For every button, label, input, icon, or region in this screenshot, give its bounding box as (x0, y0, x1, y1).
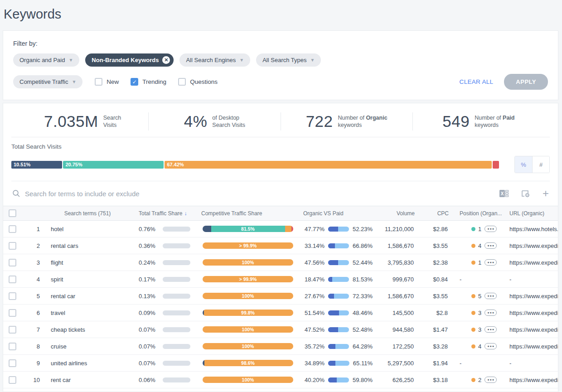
total-traffic-share-value: 0.07% (139, 360, 158, 367)
remove-filter-icon[interactable]: ✕ (162, 56, 170, 64)
row-checkbox[interactable] (9, 259, 16, 266)
table-settings-icon[interactable] (521, 189, 531, 198)
table-row[interactable]: 6 travel 0.09% 99.8% 51.54% 48.46% 145,5… (3, 305, 558, 321)
url-value[interactable]: https://www.expedia... (504, 310, 558, 316)
select-all-checkbox[interactable] (9, 209, 16, 217)
questions-checkbox[interactable] (178, 78, 186, 86)
keyword-term[interactable]: cheap tickets (42, 326, 133, 333)
position-more-icon[interactable]: ●●● (484, 242, 497, 249)
header-competitive-traffic-share[interactable]: Competitive Traffic Share (196, 210, 298, 217)
row-checkbox[interactable] (9, 276, 16, 283)
table-row[interactable]: 3 flight 0.24% 100% 47.56% 52.44% 3,795,… (3, 254, 558, 271)
apply-button[interactable]: APPLY (504, 74, 548, 90)
volume-value: 1,586,670 (379, 293, 420, 300)
row-checkbox[interactable] (9, 309, 16, 317)
keyword-term[interactable]: flight (42, 259, 133, 266)
total-traffic-share-value: 0.06% (139, 377, 158, 383)
url-value[interactable]: https://www.expedia... (504, 293, 558, 300)
organic-share-value: 47.77% (305, 226, 325, 232)
table-row[interactable]: 2 rental cars 0.36% > 99.9% 33.14% 66.86… (3, 237, 558, 254)
checkbox-trending[interactable]: ✓ Trending (131, 78, 166, 86)
header-organic-vs-paid[interactable]: Organic VS Paid (298, 210, 379, 217)
checkbox-new[interactable]: New (95, 78, 119, 86)
keyword-term[interactable]: spirit (42, 276, 133, 283)
search-input[interactable] (25, 190, 499, 198)
page-title: Keywords (3, 0, 558, 30)
table-row[interactable]: 8 cruise 0.07% 100% 35.72% 64.28% 172,25… (3, 338, 558, 355)
header-url[interactable]: URL (Organic) (504, 210, 558, 217)
checkbox-questions[interactable]: Questions (178, 78, 218, 86)
url-value[interactable]: https://www.expedia... (504, 377, 558, 383)
header-position[interactable]: Position (Organ... (454, 210, 504, 217)
table-row[interactable]: 9 united airlines 0.07% 98.6% 34.89% 65.… (3, 355, 558, 372)
table-row[interactable]: 4 spirit 0.17% > 99.9% 18.47% 81.53% 999… (3, 271, 558, 288)
url-value[interactable]: https://www.expedia... (504, 259, 558, 266)
filter-competitive-traffic-dropdown[interactable]: Competitive Traffic ▼ (13, 75, 82, 88)
filter-panel: Filter by: Organic and Paid ▼ Non-Brande… (3, 30, 558, 100)
table-row[interactable]: 7 cheap tickets 0.07% 100% 47.52% 52.48%… (3, 321, 558, 338)
competitive-traffic-bar: 100% (203, 326, 293, 333)
position-more-icon[interactable]: ●●● (484, 326, 497, 333)
filter-search-engines-dropdown[interactable]: All Search Engines ▼ (179, 53, 250, 67)
competitive-traffic-bar: 98.6% (203, 360, 293, 366)
organic-vs-paid-bar (328, 277, 349, 282)
cpc-value: $2.86 (420, 226, 454, 232)
url-value[interactable]: https://www.expedia... (504, 343, 558, 350)
cpc-value: $1.94 (420, 360, 454, 367)
row-checkbox[interactable] (9, 242, 16, 250)
position-more-icon[interactable]: ●●● (484, 377, 497, 383)
keyword-term[interactable]: rental car (42, 293, 133, 300)
url-value[interactable]: https://www.hotels.co (504, 226, 558, 232)
percent-toggle-button[interactable]: % (515, 156, 532, 173)
header-volume[interactable]: Volume (379, 210, 420, 217)
volume-value: 11,210,000 (379, 226, 420, 232)
organic-share-value: 47.52% (305, 326, 325, 333)
visits-bar-segment: 10.51% (11, 161, 62, 169)
row-checkbox[interactable] (9, 359, 16, 367)
table-row[interactable]: 10 rent car 0.06% 100% 40.20% 59.80% 626… (3, 372, 558, 388)
total-traffic-share-value: 0.07% (139, 343, 158, 350)
header-search-terms[interactable]: Search terms (751) (42, 210, 133, 217)
table-row[interactable]: 1 hotel 0.76% 81.5% 47.77% 52.23% 11,210… (3, 221, 558, 237)
keyword-term[interactable]: hotel (42, 226, 133, 232)
checkbox-new-label: New (107, 78, 119, 85)
excel-export-icon[interactable]: X (499, 189, 509, 198)
paid-share-value: 66.86% (353, 242, 373, 249)
url-value[interactable]: - (504, 276, 558, 283)
new-checkbox[interactable] (95, 78, 102, 86)
competitive-traffic-label: 100% (203, 343, 293, 349)
competitive-traffic-label: 100% (203, 293, 293, 299)
position-value: 1 (478, 226, 481, 232)
row-checkbox[interactable] (9, 326, 16, 334)
count-toggle-button[interactable]: # (532, 156, 549, 173)
keyword-term[interactable]: cruise (42, 343, 133, 350)
row-checkbox[interactable] (9, 292, 16, 300)
keyword-term[interactable]: travel (42, 310, 133, 316)
filter-search-types-dropdown[interactable]: All Search Types ▼ (256, 53, 321, 67)
clear-all-button[interactable]: CLEAR ALL (460, 78, 494, 85)
header-total-traffic-share[interactable]: Total Traffic Share↓ (133, 210, 196, 217)
filter-organic-paid-dropdown[interactable]: Organic and Paid ▼ (13, 53, 79, 67)
row-checkbox[interactable] (9, 225, 16, 233)
url-value[interactable]: - (504, 360, 558, 367)
stat-paid-keywords-label: Number of Paid keywords (475, 114, 514, 129)
row-checkbox[interactable] (9, 343, 16, 350)
filter-non-branded-chip[interactable]: Non-Branded Keywords ✕ (85, 53, 174, 67)
keyword-term[interactable]: rental cars (42, 242, 133, 249)
add-keywords-icon[interactable]: + (543, 188, 549, 199)
url-value[interactable]: https://www.expedia... (504, 242, 558, 249)
url-value[interactable]: https://www.expedia... (504, 326, 558, 333)
position-more-icon[interactable]: ●●● (484, 293, 497, 299)
keyword-term[interactable]: united airlines (42, 360, 133, 367)
row-checkbox[interactable] (9, 376, 16, 384)
table-row[interactable]: 5 rental car 0.13% 100% 27.67% 72.33% 1,… (3, 288, 558, 305)
organic-vs-paid-bar (328, 294, 349, 299)
keyword-term[interactable]: rent car (42, 377, 133, 383)
position-more-icon[interactable]: ●●● (484, 259, 497, 266)
position-more-icon[interactable]: ●●● (484, 310, 497, 316)
position-dot (471, 344, 475, 348)
position-more-icon[interactable]: ●●● (484, 226, 497, 232)
header-cpc[interactable]: CPC (420, 210, 454, 217)
trending-checkbox[interactable]: ✓ (131, 78, 138, 86)
position-more-icon[interactable]: ●●● (484, 343, 497, 349)
